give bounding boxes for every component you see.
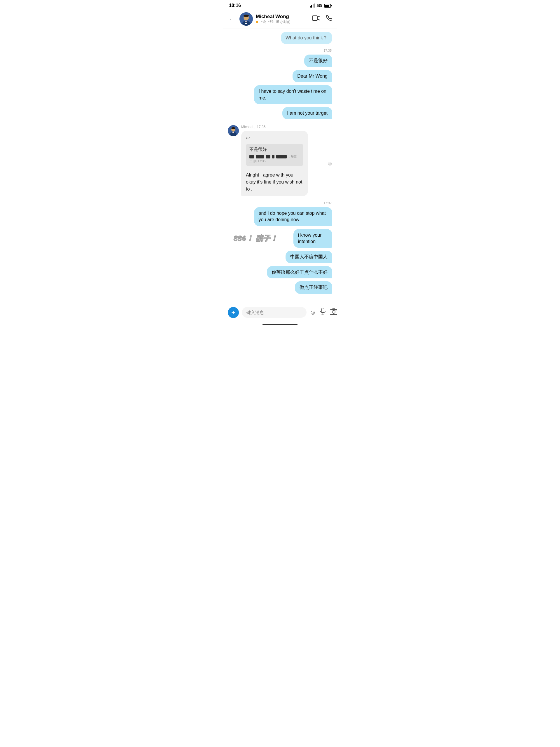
message-sent: 中国人不骗中国人 (228, 251, 332, 263)
avatar (239, 12, 253, 26)
video-call-button[interactable] (312, 15, 320, 23)
message-sent: I am not your target (228, 107, 332, 119)
quote-divider (246, 169, 303, 169)
bubble-text: I have to say don't waste time on me. (259, 89, 327, 100)
online-indicator (256, 21, 258, 23)
emoji-button[interactable]: ☺ (310, 309, 316, 316)
message-sent: 不是很好 (228, 55, 332, 67)
bubble-sent: I have to say don't waste time on me. (254, 85, 332, 104)
mic-button[interactable] (320, 308, 326, 317)
bubble-sent: Dear Mr Wong (293, 70, 332, 82)
status-time: 10:16 (229, 3, 241, 8)
add-button[interactable]: + (228, 307, 239, 318)
home-indicator (223, 321, 337, 327)
contact-info: Micheal Wong 上次上线: 15 小时前 (256, 14, 310, 25)
message-sent: I have to say don't waste time on me. (228, 85, 332, 104)
svg-point-22 (336, 310, 337, 311)
battery-icon (324, 4, 331, 7)
contact-status: 上次上线: 15 小时前 (256, 20, 310, 25)
message-received: Micheal，17:36 ↩ 不是很好 ，星期二 的 17:35 (228, 125, 332, 196)
bubble-sent: 做点正经事吧 (295, 281, 332, 293)
bubble-text: Alright I agree with you okay it's fine … (246, 172, 303, 192)
bubble-text: 不是很好 (309, 58, 327, 63)
message-sent: What do you think？ (228, 32, 332, 44)
reply-icon: ↩ (246, 134, 303, 142)
svg-rect-2 (313, 4, 314, 7)
bubble-partial: What do you think？ (281, 32, 332, 44)
reaction-icon: ☺ (327, 160, 333, 167)
chat-area: What do you think？ 17:35 不是很好 Dear Mr Wo… (223, 29, 337, 301)
svg-rect-17 (322, 308, 324, 312)
bubble-text: I am not your target (287, 110, 327, 115)
signal-icon (310, 3, 315, 7)
status-bar: 10:16 5G (223, 0, 337, 10)
camera-button[interactable] (330, 308, 337, 317)
svg-rect-3 (314, 3, 315, 7)
bubble-received: ↩ 不是很好 ，星期二 的 17:35 Alright I (241, 131, 308, 196)
contact-name: Micheal Wong (256, 14, 310, 20)
svg-rect-10 (312, 16, 317, 20)
message-sent: 你英语那么好干点什么不好 (228, 266, 332, 278)
home-bar (263, 324, 297, 325)
back-button[interactable]: ← (228, 14, 237, 24)
chat-header: ← Micheal Wong 上次上线: 15 小时前 (223, 10, 337, 29)
bubble-sent: and i do hope you can stop what you are … (254, 207, 332, 226)
avatar-small (228, 125, 239, 136)
svg-rect-1 (311, 5, 312, 7)
bubble-sent: 中国人不骗中国人 (286, 251, 332, 263)
svg-point-16 (231, 127, 235, 129)
quote-text: 不是很好 (249, 146, 300, 153)
bubble-text: 中国人不骗中国人 (290, 254, 327, 259)
phone-call-button[interactable] (326, 15, 332, 23)
message-sent: 做点正经事吧 (228, 281, 332, 293)
timestamp: 17:37 (228, 201, 332, 205)
watermark-text: 886！ 骗子！ (234, 234, 278, 242)
message-input[interactable] (242, 307, 306, 318)
bubble-sent: I am not your target (282, 107, 332, 119)
svg-point-9 (243, 15, 249, 17)
svg-point-21 (332, 310, 335, 313)
message-sent: and i do hope you can stop what you are … (228, 207, 332, 226)
bubble-text: 你英语那么好干点什么不好 (271, 269, 327, 275)
bubble-sent: 你英语那么好干点什么不好 (267, 266, 332, 278)
watermark-row: 886！ 骗子！ i know your intention (228, 229, 332, 248)
svg-rect-0 (310, 6, 311, 7)
input-bar: + ☺ (223, 304, 337, 321)
bubble-text: Dear Mr Wong (297, 74, 327, 78)
quote-meta: ，星期二 的 17:35 (249, 154, 300, 164)
input-actions: ☺ (310, 308, 337, 317)
quote-block: 不是很好 ，星期二 的 17:35 (246, 144, 303, 166)
network-type: 5G (317, 3, 322, 8)
bubble-text: What do you think？ (286, 35, 327, 40)
status-icons: 5G (310, 3, 331, 8)
sender-name: Micheal，17:36 (241, 125, 325, 130)
bubble-sent: 不是很好 (304, 55, 332, 67)
bubble-sent: i know your intention (293, 229, 332, 248)
timestamp: 17:35 (228, 49, 332, 52)
bubble-text: 做点正经事吧 (299, 285, 327, 290)
message-sent: i know your intention (280, 229, 332, 248)
header-actions (312, 15, 332, 23)
bubble-text: and i do hope you can stop what you are … (259, 211, 326, 222)
bubble-text: i know your intention (298, 233, 322, 244)
message-sent: Dear Mr Wong (228, 70, 332, 82)
